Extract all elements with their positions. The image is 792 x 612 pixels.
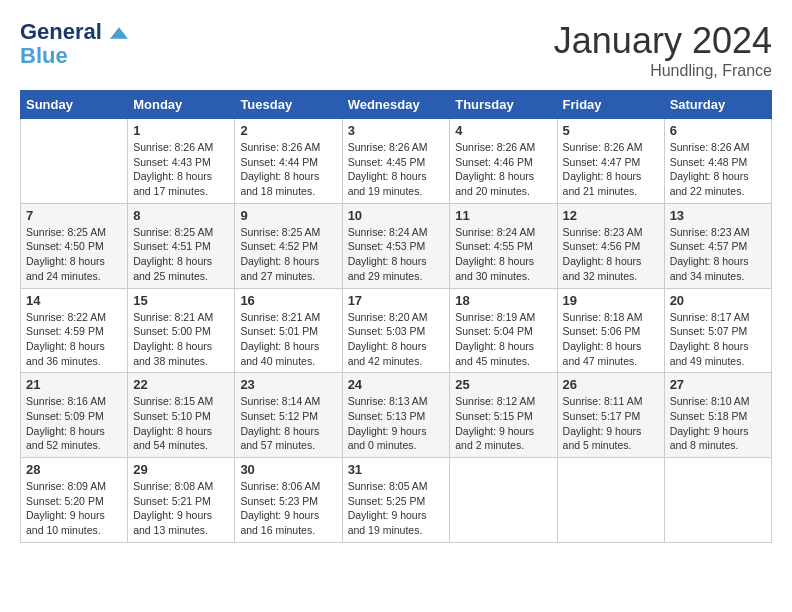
day-number: 19 xyxy=(563,293,659,308)
day-info: Sunrise: 8:08 AMSunset: 5:21 PMDaylight:… xyxy=(133,479,229,538)
table-row: 17Sunrise: 8:20 AMSunset: 5:03 PMDayligh… xyxy=(342,288,450,373)
table-row: 27Sunrise: 8:10 AMSunset: 5:18 PMDayligh… xyxy=(664,373,771,458)
table-row: 2Sunrise: 8:26 AMSunset: 4:44 PMDaylight… xyxy=(235,119,342,204)
header-tuesday: Tuesday xyxy=(235,91,342,119)
day-info: Sunrise: 8:24 AMSunset: 4:55 PMDaylight:… xyxy=(455,225,551,284)
day-info: Sunrise: 8:19 AMSunset: 5:04 PMDaylight:… xyxy=(455,310,551,369)
table-row: 1Sunrise: 8:26 AMSunset: 4:43 PMDaylight… xyxy=(128,119,235,204)
table-row xyxy=(664,458,771,543)
day-info: Sunrise: 8:17 AMSunset: 5:07 PMDaylight:… xyxy=(670,310,766,369)
title-area: January 2024 Hundling, France xyxy=(554,20,772,80)
day-number: 15 xyxy=(133,293,229,308)
day-info: Sunrise: 8:20 AMSunset: 5:03 PMDaylight:… xyxy=(348,310,445,369)
header-thursday: Thursday xyxy=(450,91,557,119)
day-number: 23 xyxy=(240,377,336,392)
day-number: 14 xyxy=(26,293,122,308)
header-wednesday: Wednesday xyxy=(342,91,450,119)
day-number: 22 xyxy=(133,377,229,392)
day-info: Sunrise: 8:05 AMSunset: 5:25 PMDaylight:… xyxy=(348,479,445,538)
day-info: Sunrise: 8:09 AMSunset: 5:20 PMDaylight:… xyxy=(26,479,122,538)
day-number: 6 xyxy=(670,123,766,138)
day-number: 29 xyxy=(133,462,229,477)
day-info: Sunrise: 8:24 AMSunset: 4:53 PMDaylight:… xyxy=(348,225,445,284)
table-row: 24Sunrise: 8:13 AMSunset: 5:13 PMDayligh… xyxy=(342,373,450,458)
day-info: Sunrise: 8:26 AMSunset: 4:44 PMDaylight:… xyxy=(240,140,336,199)
day-number: 30 xyxy=(240,462,336,477)
calendar-header-row: Sunday Monday Tuesday Wednesday Thursday… xyxy=(21,91,772,119)
day-number: 24 xyxy=(348,377,445,392)
day-info: Sunrise: 8:21 AMSunset: 5:01 PMDaylight:… xyxy=(240,310,336,369)
table-row: 9Sunrise: 8:25 AMSunset: 4:52 PMDaylight… xyxy=(235,203,342,288)
day-number: 31 xyxy=(348,462,445,477)
calendar-week-row: 21Sunrise: 8:16 AMSunset: 5:09 PMDayligh… xyxy=(21,373,772,458)
day-info: Sunrise: 8:15 AMSunset: 5:10 PMDaylight:… xyxy=(133,394,229,453)
day-info: Sunrise: 8:18 AMSunset: 5:06 PMDaylight:… xyxy=(563,310,659,369)
calendar-week-row: 7Sunrise: 8:25 AMSunset: 4:50 PMDaylight… xyxy=(21,203,772,288)
table-row: 25Sunrise: 8:12 AMSunset: 5:15 PMDayligh… xyxy=(450,373,557,458)
table-row xyxy=(21,119,128,204)
day-info: Sunrise: 8:23 AMSunset: 4:57 PMDaylight:… xyxy=(670,225,766,284)
day-number: 21 xyxy=(26,377,122,392)
table-row: 7Sunrise: 8:25 AMSunset: 4:50 PMDaylight… xyxy=(21,203,128,288)
table-row: 12Sunrise: 8:23 AMSunset: 4:56 PMDayligh… xyxy=(557,203,664,288)
logo: General Blue xyxy=(20,20,128,68)
day-info: Sunrise: 8:14 AMSunset: 5:12 PMDaylight:… xyxy=(240,394,336,453)
header: General Blue January 2024 Hundling, Fran… xyxy=(20,20,772,80)
table-row: 31Sunrise: 8:05 AMSunset: 5:25 PMDayligh… xyxy=(342,458,450,543)
table-row: 29Sunrise: 8:08 AMSunset: 5:21 PMDayligh… xyxy=(128,458,235,543)
location-subtitle: Hundling, France xyxy=(554,62,772,80)
table-row: 11Sunrise: 8:24 AMSunset: 4:55 PMDayligh… xyxy=(450,203,557,288)
day-number: 26 xyxy=(563,377,659,392)
logo-text: General xyxy=(20,20,128,44)
table-row: 6Sunrise: 8:26 AMSunset: 4:48 PMDaylight… xyxy=(664,119,771,204)
day-info: Sunrise: 8:26 AMSunset: 4:46 PMDaylight:… xyxy=(455,140,551,199)
day-number: 12 xyxy=(563,208,659,223)
day-info: Sunrise: 8:26 AMSunset: 4:45 PMDaylight:… xyxy=(348,140,445,199)
table-row: 30Sunrise: 8:06 AMSunset: 5:23 PMDayligh… xyxy=(235,458,342,543)
calendar-week-row: 1Sunrise: 8:26 AMSunset: 4:43 PMDaylight… xyxy=(21,119,772,204)
day-number: 4 xyxy=(455,123,551,138)
day-info: Sunrise: 8:06 AMSunset: 5:23 PMDaylight:… xyxy=(240,479,336,538)
day-number: 7 xyxy=(26,208,122,223)
table-row: 18Sunrise: 8:19 AMSunset: 5:04 PMDayligh… xyxy=(450,288,557,373)
day-number: 28 xyxy=(26,462,122,477)
table-row: 16Sunrise: 8:21 AMSunset: 5:01 PMDayligh… xyxy=(235,288,342,373)
day-number: 17 xyxy=(348,293,445,308)
day-number: 9 xyxy=(240,208,336,223)
header-friday: Friday xyxy=(557,91,664,119)
day-number: 2 xyxy=(240,123,336,138)
day-info: Sunrise: 8:26 AMSunset: 4:43 PMDaylight:… xyxy=(133,140,229,199)
table-row: 5Sunrise: 8:26 AMSunset: 4:47 PMDaylight… xyxy=(557,119,664,204)
day-number: 20 xyxy=(670,293,766,308)
table-row: 14Sunrise: 8:22 AMSunset: 4:59 PMDayligh… xyxy=(21,288,128,373)
day-number: 10 xyxy=(348,208,445,223)
day-number: 1 xyxy=(133,123,229,138)
table-row: 28Sunrise: 8:09 AMSunset: 5:20 PMDayligh… xyxy=(21,458,128,543)
day-number: 27 xyxy=(670,377,766,392)
table-row xyxy=(557,458,664,543)
day-info: Sunrise: 8:25 AMSunset: 4:52 PMDaylight:… xyxy=(240,225,336,284)
day-info: Sunrise: 8:26 AMSunset: 4:48 PMDaylight:… xyxy=(670,140,766,199)
table-row: 20Sunrise: 8:17 AMSunset: 5:07 PMDayligh… xyxy=(664,288,771,373)
day-number: 3 xyxy=(348,123,445,138)
day-info: Sunrise: 8:25 AMSunset: 4:51 PMDaylight:… xyxy=(133,225,229,284)
header-sunday: Sunday xyxy=(21,91,128,119)
day-number: 13 xyxy=(670,208,766,223)
day-info: Sunrise: 8:16 AMSunset: 5:09 PMDaylight:… xyxy=(26,394,122,453)
table-row: 23Sunrise: 8:14 AMSunset: 5:12 PMDayligh… xyxy=(235,373,342,458)
table-row: 4Sunrise: 8:26 AMSunset: 4:46 PMDaylight… xyxy=(450,119,557,204)
header-monday: Monday xyxy=(128,91,235,119)
day-info: Sunrise: 8:10 AMSunset: 5:18 PMDaylight:… xyxy=(670,394,766,453)
table-row: 10Sunrise: 8:24 AMSunset: 4:53 PMDayligh… xyxy=(342,203,450,288)
header-saturday: Saturday xyxy=(664,91,771,119)
calendar-table: Sunday Monday Tuesday Wednesday Thursday… xyxy=(20,90,772,543)
table-row xyxy=(450,458,557,543)
table-row: 8Sunrise: 8:25 AMSunset: 4:51 PMDaylight… xyxy=(128,203,235,288)
day-info: Sunrise: 8:22 AMSunset: 4:59 PMDaylight:… xyxy=(26,310,122,369)
calendar-week-row: 14Sunrise: 8:22 AMSunset: 4:59 PMDayligh… xyxy=(21,288,772,373)
month-title: January 2024 xyxy=(554,20,772,62)
day-number: 5 xyxy=(563,123,659,138)
day-info: Sunrise: 8:25 AMSunset: 4:50 PMDaylight:… xyxy=(26,225,122,284)
table-row: 3Sunrise: 8:26 AMSunset: 4:45 PMDaylight… xyxy=(342,119,450,204)
day-info: Sunrise: 8:13 AMSunset: 5:13 PMDaylight:… xyxy=(348,394,445,453)
